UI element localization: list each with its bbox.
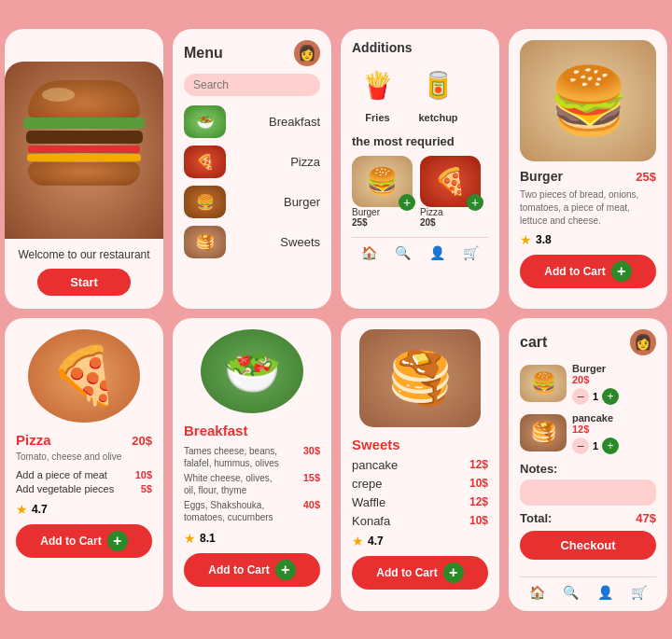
sweets-item-2: Waffle 12$ bbox=[352, 495, 488, 509]
cart-nav-home-icon[interactable]: 🏠 bbox=[529, 585, 545, 600]
add-pizza-button[interactable]: + bbox=[467, 194, 483, 211]
cart-nav-search-icon[interactable]: 🔍 bbox=[563, 585, 579, 600]
breakfast-item-1-name: White cheese, olives, oil, flour, thyme bbox=[184, 472, 287, 496]
breakfast-item-0-price: 30$ bbox=[303, 445, 320, 469]
cart-item-burger: 🍔 Burger 20$ – 1 + bbox=[520, 363, 656, 405]
menu-item-pizza-img: 🍕 bbox=[184, 146, 226, 178]
menu-item-pizza-label: Pizza bbox=[290, 155, 320, 169]
menu-item-sweets[interactable]: 🥞 Sweets bbox=[184, 226, 320, 258]
cart-avatar-image: 👩 bbox=[634, 333, 652, 351]
burger-detail-name: Burger bbox=[520, 169, 563, 184]
pancake-qty-plus-button[interactable]: + bbox=[602, 438, 619, 454]
sweets-item-1: crepe 10$ bbox=[352, 477, 488, 491]
burger-illustration bbox=[23, 80, 145, 174]
breakfast-add-to-cart-button[interactable]: Add to Cart + bbox=[184, 553, 320, 587]
pizza-image: 🍕 bbox=[28, 329, 140, 423]
bun-bottom bbox=[28, 162, 140, 186]
welcome-card: Welcome to our restaurant Start bbox=[5, 29, 163, 309]
most-item-burger-price: 25$ bbox=[352, 217, 413, 228]
star-icon: ★ bbox=[520, 232, 532, 247]
cart-nav-cart-icon[interactable]: 🛒 bbox=[631, 585, 647, 600]
avatar: 👩 bbox=[294, 40, 320, 66]
additions-row: 🍟 Fries 🥫 ketchup bbox=[352, 63, 488, 123]
cart-nav-profile-icon[interactable]: 👤 bbox=[597, 585, 613, 600]
burger-qty-plus-button[interactable]: + bbox=[602, 388, 619, 405]
sweets-item-0-price: 12$ bbox=[469, 458, 488, 471]
breakfast-item-0: Tames cheese, beans, falafel, hummus, ol… bbox=[184, 445, 320, 469]
burger-add-to-cart-button[interactable]: Add to Cart + bbox=[520, 255, 656, 288]
pizza-addon-1-name: Add vegetable pieces bbox=[16, 483, 114, 494]
breakfast-add-cart-plus-icon: + bbox=[275, 560, 296, 580]
cart-item-pancake-name: pancake bbox=[572, 412, 656, 424]
nav-home-icon[interactable]: 🏠 bbox=[361, 245, 377, 260]
pizza-header: Pizza 20$ bbox=[16, 432, 152, 448]
sweets-card: 🥞 Sweets pancake 12$ crepe 10$ Waffle 12… bbox=[341, 318, 499, 611]
welcome-food-image bbox=[5, 62, 163, 239]
sweets-add-cart-plus-icon: + bbox=[443, 563, 464, 583]
sweets-item-0: pancake 12$ bbox=[352, 458, 488, 472]
pizza-add-to-cart-button[interactable]: Add to Cart + bbox=[16, 524, 152, 558]
nav-search-icon[interactable]: 🔍 bbox=[395, 245, 411, 260]
fries-image: 🍟 bbox=[352, 63, 403, 109]
pancake-qty-minus-button[interactable]: – bbox=[572, 438, 589, 454]
cart-item-burger-qty-control: – 1 + bbox=[572, 388, 656, 405]
total-row: Total: 47$ bbox=[520, 511, 656, 525]
start-button[interactable]: Start bbox=[37, 269, 131, 296]
sweets-item-1-name: crepe bbox=[352, 477, 383, 491]
pizza-add-cart-plus-icon: + bbox=[107, 531, 128, 551]
burger-detail-card: 🍔 Burger 25$ Two pieces of bread, onions… bbox=[509, 29, 667, 309]
menu-item-breakfast-img: 🥗 bbox=[184, 105, 226, 138]
burger-qty-minus-button[interactable]: – bbox=[572, 388, 589, 405]
welcome-text-section: Welcome to our restaurant Start bbox=[7, 239, 161, 309]
cart-title: cart bbox=[520, 334, 547, 351]
most-item-burger[interactable]: 🍔 Burger 25$ + bbox=[352, 156, 413, 228]
breakfast-rating: ★ 8.1 bbox=[184, 531, 320, 546]
burger-detail-description: Two pieces of bread, onions, tomatoes, a… bbox=[520, 188, 656, 228]
checkout-button[interactable]: Checkout bbox=[520, 531, 656, 560]
search-input[interactable] bbox=[193, 78, 331, 91]
total-label: Total: bbox=[520, 511, 552, 525]
most-item-pizza[interactable]: 🍕 Pizza 20$ + bbox=[420, 156, 481, 228]
sweets-add-to-cart-label: Add to Cart bbox=[376, 566, 437, 579]
bun-top bbox=[28, 80, 140, 118]
pizza-addon-0: Add a piece of meat 10$ bbox=[16, 469, 152, 480]
sweets-item-2-price: 12$ bbox=[469, 495, 488, 508]
menu-item-burger-label: Burger bbox=[284, 195, 320, 209]
sweets-rating-value: 4.7 bbox=[368, 535, 384, 548]
pizza-addon-1: Add vegetable pieces 5$ bbox=[16, 483, 152, 494]
lettuce-layer bbox=[23, 118, 145, 129]
ketchup-image: 🥫 bbox=[413, 63, 464, 109]
menu-item-breakfast-label: Breakfast bbox=[269, 115, 320, 129]
sweets-add-to-cart-button[interactable]: Add to Cart + bbox=[352, 556, 488, 590]
cart-item-burger-name: Burger bbox=[572, 363, 656, 374]
cart-item-burger-info: Burger 20$ – 1 + bbox=[572, 363, 656, 405]
menu-header: Menu 👩 bbox=[184, 40, 320, 66]
nav-cart-icon[interactable]: 🛒 bbox=[463, 245, 479, 260]
most-required-label: the most requried bbox=[352, 134, 488, 148]
search-bar[interactable]: 🔍 bbox=[184, 74, 320, 96]
bottom-nav-additions: 🏠 🔍 👤 🛒 bbox=[352, 237, 488, 260]
pizza-rating: ★ 4.7 bbox=[16, 502, 152, 517]
add-burger-button[interactable]: + bbox=[399, 194, 415, 211]
cart-item-pancake-qty-control: – 1 + bbox=[572, 438, 656, 454]
notes-input[interactable] bbox=[520, 479, 656, 506]
breakfast-name: Breakfast bbox=[184, 423, 247, 438]
cart-card: cart 👩 🍔 Burger 20$ – 1 + 🥞 pancake 12$ bbox=[509, 318, 667, 611]
cart-item-burger-image: 🍔 bbox=[520, 365, 567, 402]
notes-section: Notes: bbox=[520, 462, 656, 506]
menu-item-pizza[interactable]: 🍕 Pizza bbox=[184, 146, 320, 178]
sweets-items: pancake 12$ crepe 10$ Waffle 12$ Konafa … bbox=[352, 458, 488, 528]
breakfast-add-to-cart-label: Add to Cart bbox=[208, 563, 269, 576]
menu-item-breakfast[interactable]: 🥗 Breakfast bbox=[184, 105, 320, 138]
bottom-nav-cart: 🏠 🔍 👤 🛒 bbox=[520, 576, 656, 600]
welcome-title: Welcome to our restaurant bbox=[18, 248, 149, 261]
pancake-qty-value: 1 bbox=[593, 440, 598, 451]
menu-item-burger[interactable]: 🍔 Burger bbox=[184, 186, 320, 218]
add-cart-plus-icon: + bbox=[611, 261, 632, 282]
sweets-item-3: Konafa 10$ bbox=[352, 514, 488, 528]
pizza-star-icon: ★ bbox=[16, 502, 28, 517]
nav-profile-icon[interactable]: 👤 bbox=[429, 245, 445, 260]
pizza-price: 20$ bbox=[132, 434, 152, 448]
pizza-add-to-cart-label: Add to Cart bbox=[40, 535, 101, 548]
addition-fries: 🍟 Fries bbox=[352, 63, 403, 123]
